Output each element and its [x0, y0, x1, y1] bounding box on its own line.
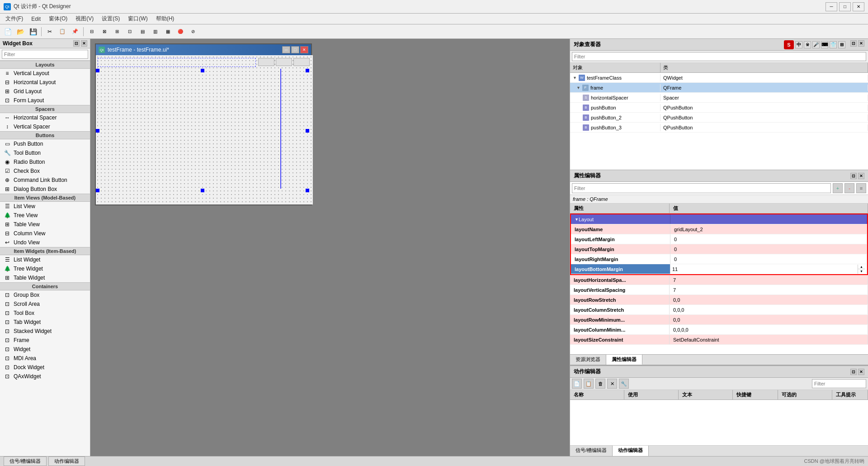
wb-item-scroll-area[interactable]: ⊡ Scroll Area — [0, 300, 90, 309]
handle-mid-left[interactable] — [96, 129, 99, 133]
obj-close-btn[interactable]: ✕ — [858, 40, 864, 47]
tb-save[interactable]: 💾 — [27, 26, 39, 38]
maximize-button[interactable]: □ — [839, 2, 851, 11]
wb-item-stacked-widget[interactable]: ⊡ Stacked Widget — [0, 327, 90, 336]
wb-item-command-link[interactable]: ⊕ Command Link Button — [0, 176, 90, 185]
handle-top-left[interactable] — [96, 69, 99, 72]
prop-add-btn[interactable]: + — [833, 183, 843, 193]
wb-item-vspacer[interactable]: ↕ Vertical Spacer — [0, 122, 90, 131]
wb-filter-input[interactable] — [2, 50, 88, 59]
obj-row-pushbutton3[interactable]: B pushButton_3 QPushButton — [570, 123, 868, 133]
handle-top-right[interactable] — [306, 69, 309, 72]
section-buttons[interactable]: Buttons — [0, 131, 90, 139]
wb-item-vertical-layout[interactable]: ≡ Vertical Layout — [0, 69, 90, 78]
tb-layout2[interactable]: ⊠ — [99, 26, 110, 38]
wb-item-tree-widget[interactable]: 🌲 Tree Widget — [0, 264, 90, 273]
obj-row-pushbutton[interactable]: B pushButton QPushButton — [570, 103, 868, 113]
action-x-btn[interactable]: ✕ — [607, 379, 617, 389]
tb-layout8[interactable]: 🔴 — [175, 26, 186, 38]
tb-layout9[interactable]: ⊘ — [187, 26, 199, 38]
tb-layout4[interactable]: ⊡ — [124, 26, 136, 38]
section-spacers[interactable]: Spacers — [0, 105, 90, 113]
prop-filter-input[interactable] — [572, 183, 831, 193]
prop-row-hspacing[interactable]: layoutHorizontalSpa... 7 — [570, 275, 868, 285]
menu-view[interactable]: 视图(V) — [72, 14, 97, 24]
prop-row-vspacing[interactable]: layoutVerticalSpacing 7 — [570, 285, 868, 295]
action-new-btn[interactable]: 📄 — [572, 379, 582, 389]
wb-item-check-box[interactable]: ☑ Check Box — [0, 166, 90, 176]
wb-item-dock-widget[interactable]: ⊡ Dock Widget — [0, 363, 90, 372]
wb-item-horizontal-layout[interactable]: ⊟ Horizontal Layout — [0, 78, 90, 87]
designer-canvas[interactable] — [96, 55, 313, 204]
spin-up[interactable]: ▲ — [858, 265, 865, 269]
tb-new[interactable]: 📄 — [2, 26, 14, 38]
menu-settings[interactable]: 设置(S) — [98, 14, 123, 24]
wb-item-hspacer[interactable]: ↔ Horizontal Spacer — [0, 113, 90, 122]
designer-close-btn[interactable]: ✕ — [300, 46, 308, 53]
handle-bottom-right[interactable] — [306, 189, 309, 192]
tb-layout3[interactable]: ⊞ — [111, 26, 123, 38]
section-item-views[interactable]: Item Views (Model-Based) — [0, 194, 90, 202]
wb-item-radio-button[interactable]: ◉ Radio Button — [0, 157, 90, 166]
tab-property-editor[interactable]: 属性编辑器 — [606, 355, 642, 365]
prop-row-rightmargin[interactable]: layoutRightMargin 0 — [571, 254, 867, 264]
wb-item-form-layout[interactable]: ⊡ Form Layout — [0, 96, 90, 105]
wb-close-btn[interactable]: ✕ — [81, 40, 87, 47]
menu-form[interactable]: 窗体(O) — [45, 14, 71, 24]
spin-down[interactable]: ▼ — [858, 269, 865, 274]
obj-float-btn[interactable]: ⊡ — [850, 40, 857, 47]
canvas-btn3[interactable] — [293, 58, 310, 66]
menu-file[interactable]: 文件(F) — [2, 14, 27, 24]
tb-cut[interactable]: ✂ — [44, 26, 56, 38]
prop-row-rowstretch[interactable]: layoutRowStretch 0,0 — [570, 295, 868, 305]
prop-row-rowmin[interactable]: layoutRowMinimum... 0,0 — [570, 315, 868, 325]
prop-cell-bottommargin-value[interactable]: ▲ ▼ — [670, 264, 867, 274]
obj-filter-input[interactable] — [572, 52, 866, 61]
minimize-button[interactable]: ─ — [826, 2, 837, 11]
action-float-btn[interactable]: ⊡ — [850, 369, 857, 375]
handle-bottom-center[interactable] — [201, 189, 204, 192]
menu-window[interactable]: 窗口(W) — [124, 14, 151, 24]
wb-item-qax-widget[interactable]: ⊡ QAxWidget — [0, 372, 90, 381]
menu-edit[interactable]: Edit — [28, 15, 44, 23]
prop-row-leftmargin[interactable]: layoutLeftMargin 0 — [571, 234, 867, 244]
wb-item-grid-layout[interactable]: ⊞ Grid Layout — [0, 87, 90, 96]
section-layouts[interactable]: Layouts — [0, 61, 90, 69]
wb-item-frame[interactable]: ⊡ Frame — [0, 336, 90, 345]
bottommargin-input[interactable] — [670, 265, 858, 274]
wb-item-tool-button[interactable]: 🔧 Tool Button — [0, 148, 90, 157]
action-close-btn[interactable]: ✕ — [858, 369, 864, 375]
tb-copy[interactable]: 📋 — [57, 26, 68, 38]
section-containers[interactable]: Containers — [0, 282, 90, 290]
wb-float-btn[interactable]: ⊡ — [73, 40, 80, 47]
obj-row-frame[interactable]: ▼ F frame QFrame — [570, 83, 868, 93]
wb-item-list-widget[interactable]: ☰ List Widget — [0, 255, 90, 264]
wb-item-table-widget[interactable]: ⊞ Table Widget — [0, 273, 90, 282]
wb-item-tab-widget[interactable]: ⊡ Tab Widget — [0, 318, 90, 327]
prop-row-sizeconstraint[interactable]: layoutSizeConstraint SetDefaultConstrain… — [570, 335, 868, 345]
action-filter-input[interactable] — [812, 379, 866, 388]
obj-row-testframeclass[interactable]: ▼ W testFrameClass QWidget — [570, 73, 868, 83]
prop-row-layoutname[interactable]: layoutName gridLayout_2 — [571, 224, 867, 234]
prop-row-bottommargin[interactable]: layoutBottomMargin ▲ ▼ — [571, 264, 867, 274]
menu-help[interactable]: 帮助(H) — [152, 14, 178, 24]
canvas-btn2[interactable] — [276, 58, 292, 66]
designer-min-btn[interactable]: ─ — [282, 46, 290, 53]
wb-item-list-view[interactable]: ☰ List View — [0, 202, 90, 211]
wb-item-widget[interactable]: ⊡ Widget — [0, 345, 90, 354]
prop-row-colmin[interactable]: layoutColumnMinim... 0,0,0,0 — [570, 325, 868, 335]
tb-layout7[interactable]: ▦ — [162, 26, 174, 38]
tb-layout6[interactable]: ▥ — [149, 26, 161, 38]
tab-signal-slot[interactable]: 信号/槽编辑器 — [570, 446, 613, 456]
handle-top-center[interactable] — [201, 69, 204, 72]
wb-item-table-view[interactable]: ⊞ Table View — [0, 220, 90, 229]
wb-item-mdi-area[interactable]: ⊡ MDI Area — [0, 354, 90, 363]
designer-max-btn[interactable]: □ — [291, 46, 299, 53]
tab-action-editor[interactable]: 动作编辑器 — [613, 446, 649, 456]
obj-row-pushbutton2[interactable]: B pushButton_2 QPushButton — [570, 113, 868, 123]
handle-bottom-left[interactable] — [96, 189, 99, 192]
action-wrench-btn[interactable]: 🔧 — [619, 379, 629, 389]
tb-layout1[interactable]: ⊟ — [86, 26, 98, 38]
status-tab-action-editor[interactable]: 动作编辑器 — [48, 456, 85, 466]
action-copy-btn[interactable]: 📋 — [584, 379, 594, 389]
